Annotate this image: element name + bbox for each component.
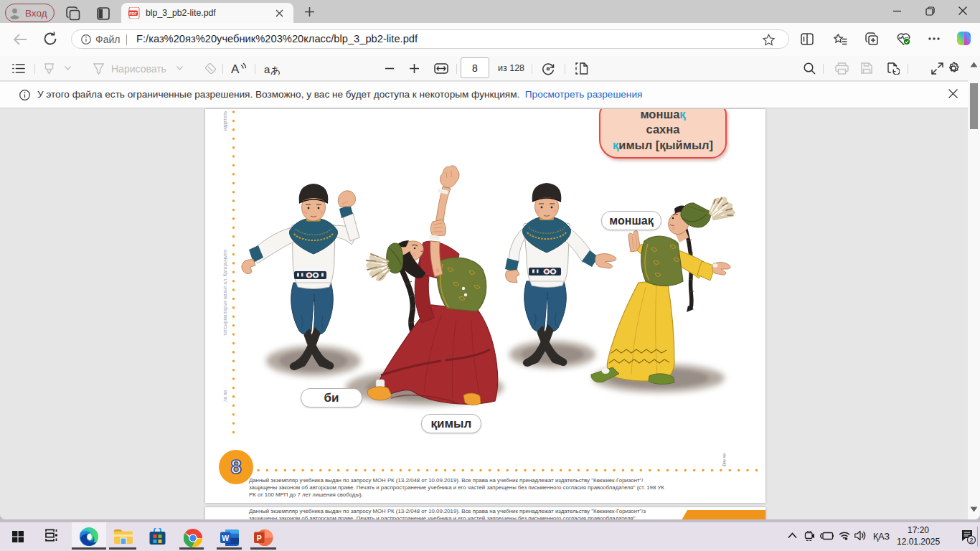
svg-text:издатель­: издатель­: [222, 110, 228, 131]
svg-text:ла ва: ла ва: [222, 390, 227, 402]
svg-text:2: 2: [969, 536, 973, 544]
svg-text:a: a: [264, 63, 270, 75]
svg-text:W: W: [222, 534, 229, 542]
svg-text:тапсырмаларын жазып ал. Қатары: тапсырмаларын жазып ал. Қатарыңмен: [222, 250, 228, 336]
svg-text:PDF: PDF: [129, 11, 136, 16]
svg-text:P: P: [257, 534, 262, 542]
svg-text:あ: あ: [270, 65, 280, 75]
svg-text:A: A: [231, 62, 240, 75]
